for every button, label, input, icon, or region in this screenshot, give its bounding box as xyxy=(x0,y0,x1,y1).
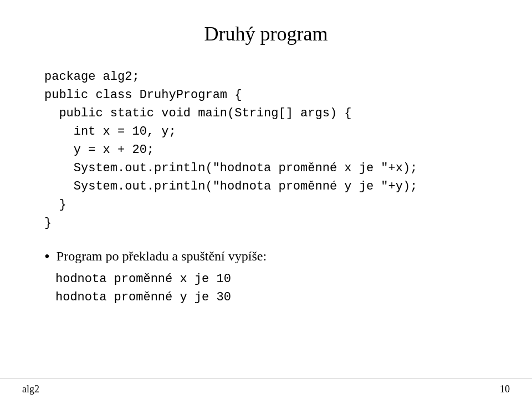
code-line-10: } xyxy=(44,214,499,232)
code-line-8: System.out.println("hodnota proměnné y j… xyxy=(44,177,499,196)
code-line-1: package alg2; xyxy=(44,68,499,86)
output-block: hodnota proměnné x je 10 hodnota proměnn… xyxy=(55,270,499,306)
output-line-2: hodnota proměnné y je 30 xyxy=(55,288,499,306)
code-line-6: y = x + 20; xyxy=(44,141,499,159)
footer-left: alg2 xyxy=(22,383,39,395)
footer: alg2 10 xyxy=(0,383,532,395)
footer-page-number: 10 xyxy=(500,383,510,395)
code-line-7: System.out.println("hodnota proměnné x j… xyxy=(44,159,499,177)
slide-title: Druhý program xyxy=(33,22,499,45)
slide: Druhý program package alg2; public class… xyxy=(0,0,532,404)
code-block: package alg2; public class DruhyProgram … xyxy=(44,68,499,232)
bullet-text: Program po překladu a spuštění vypíše: xyxy=(57,249,267,264)
output-line-1: hodnota proměnné x je 10 xyxy=(55,270,499,288)
code-line-5: int x = 10, y; xyxy=(44,122,499,141)
code-line-4: public static void main(String[] args) { xyxy=(44,104,499,122)
bullet-item: • Program po překladu a spuštění vypíše: xyxy=(44,249,499,265)
code-line-3: public class DruhyProgram { xyxy=(44,86,499,104)
footer-divider xyxy=(0,378,532,379)
code-line-9: } xyxy=(44,196,499,214)
bullet-section: • Program po překladu a spuštění vypíše:… xyxy=(44,249,499,306)
bullet-icon: • xyxy=(44,248,50,265)
